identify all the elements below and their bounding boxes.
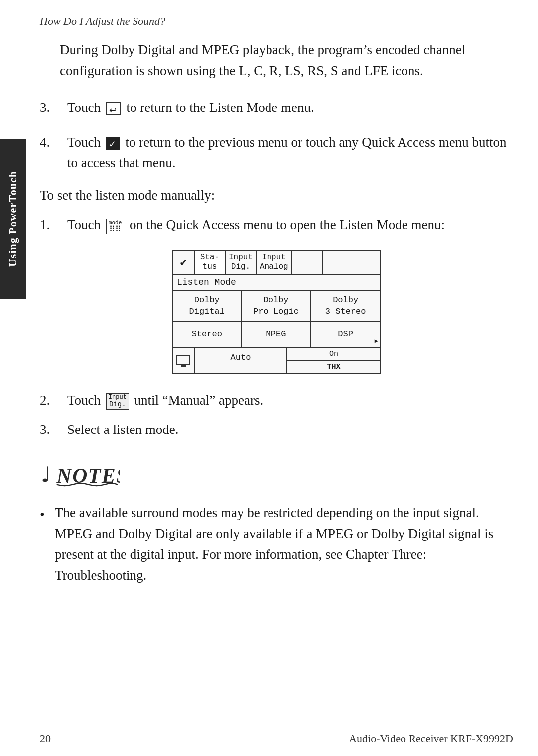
thx-cell: On THX: [287, 348, 380, 373]
step-2: 2. Touch Input Dig. until “Manual” appea…: [40, 390, 513, 411]
dsp-arrow: ▶: [375, 338, 378, 346]
note-text-1: The available surround modes may be rest…: [55, 503, 513, 586]
monitor-icon-cell: [173, 348, 195, 373]
breadcrumb: How Do I Adjust the Sound?: [40, 15, 513, 28]
section-heading-manual: To set the listen mode manually:: [40, 188, 513, 203]
sidebar-tab: Using PowerTouch: [0, 139, 26, 299]
tab-status: Sta-tus: [195, 251, 226, 274]
step-num-4: 4.: [40, 132, 67, 153]
tab-input-dig: InputDig.: [226, 251, 257, 274]
step-4-text: Touch to return to the previous menu or …: [67, 132, 513, 174]
main-content: How Do I Adjust the Sound? During Dolby …: [40, 15, 513, 726]
step-3-before: 3. Touch to return to the Listen Mode me…: [40, 98, 513, 118]
bullet-dot: •: [40, 504, 55, 525]
tab-empty-2: [323, 251, 380, 274]
page-number: 20: [40, 732, 51, 745]
step-3-select-text: Select a listen mode.: [67, 420, 513, 440]
step-num-1-manual: 1.: [40, 215, 67, 236]
dolby-digital-cell: DolbyDigital: [173, 291, 242, 322]
menu-grid: DolbyDigital DolbyPro Logic Dolby3 Stere…: [173, 291, 380, 347]
step-1-manual-text: Touch mode ⠿⠿ on the Quick Access menu t…: [67, 215, 513, 236]
step-3-select: 3. Select a listen mode.: [40, 420, 513, 440]
check-icon: [106, 137, 120, 150]
listen-mode-menu: ✔ Sta-tus InputDig. InputAnalog Listen M…: [172, 250, 381, 374]
dolby-pro-logic-cell: DolbyPro Logic: [242, 291, 311, 322]
step-1-manual: 1. Touch mode ⠿⠿ on the Quick Access men…: [40, 215, 513, 236]
stereo-cell: Stereo: [173, 322, 242, 348]
notes-section: ♩ NOTES • The available surround modes m…: [40, 456, 513, 586]
dsp-cell: DSP ▶: [311, 322, 380, 348]
auto-cell: Auto: [195, 348, 287, 373]
footer: 20 Audio-Video Receiver KRF-X9992D: [40, 732, 513, 745]
step-2-text: Touch Input Dig. until “Manual” appears.: [67, 390, 513, 411]
mode-icon: mode ⠿⠿: [106, 219, 125, 234]
product-name: Audio-Video Receiver KRF-X9992D: [349, 732, 513, 745]
thx-label: THX: [287, 361, 380, 373]
dolby-3-stereo-cell: Dolby3 Stereo: [311, 291, 380, 322]
notes-logo: ♩ NOTES: [40, 456, 513, 495]
step-3-text: Touch to return to the Listen Mode menu.: [67, 98, 513, 118]
bottom-grid: Auto On THX: [195, 348, 380, 373]
notes-svg: ♩ NOTES: [40, 456, 120, 491]
monitor-icon: [176, 355, 190, 365]
intro-paragraph: During Dolby Digital and MPEG playback, …: [60, 40, 513, 82]
svg-text:♩: ♩: [41, 463, 51, 486]
sidebar-tab-label: Using PowerTouch: [6, 171, 19, 267]
tab-empty-1: [292, 251, 323, 274]
checkmark-cell: ✔: [173, 251, 195, 274]
input-dig-icon: Input Dig.: [106, 393, 129, 410]
menu-bottom-section: Auto On THX: [173, 348, 380, 373]
tab-input-analog: InputAnalog: [257, 251, 292, 274]
step-num-2: 2.: [40, 390, 67, 411]
step-4: 4. Touch to return to the previous menu …: [40, 132, 513, 174]
step-num-3: 3.: [40, 98, 67, 118]
thx-on: On: [287, 348, 380, 361]
listen-mode-label: Listen Mode: [173, 275, 380, 291]
note-bullet-1: • The available surround modes may be re…: [40, 503, 513, 586]
back-icon: [106, 102, 121, 115]
step-num-3-select: 3.: [40, 420, 67, 440]
mpeg-cell: MPEG: [242, 322, 311, 348]
menu-top-bar: ✔ Sta-tus InputDig. InputAnalog: [173, 251, 380, 275]
